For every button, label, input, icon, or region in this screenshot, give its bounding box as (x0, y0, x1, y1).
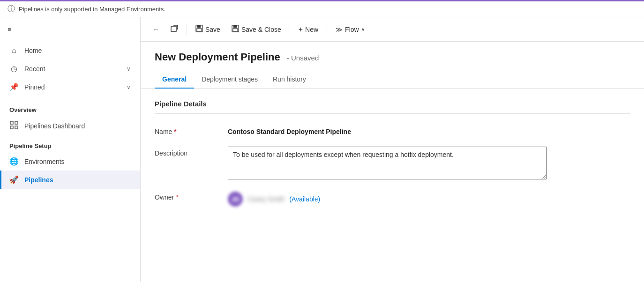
tab-general[interactable]: General (155, 71, 194, 89)
recent-chevron-icon: ∨ (127, 66, 131, 72)
svg-rect-3 (15, 126, 18, 129)
flow-chevron-icon: ∨ (361, 27, 365, 32)
tab-run-history[interactable]: Run history (265, 71, 314, 89)
back-icon: ← (153, 26, 159, 33)
form-row-name: Name * Contoso Standard Deployment Pipel… (155, 125, 630, 135)
overview-section-title: Overview (0, 100, 140, 116)
new-label: New (305, 26, 318, 33)
dashboard-icon (9, 121, 19, 131)
sidebar-item-pipelines-label: Pipelines (24, 176, 131, 184)
window-button[interactable] (166, 22, 183, 37)
save-close-label: Save & Close (241, 26, 281, 33)
form-fields: Name * Contoso Standard Deployment Pipel… (155, 121, 630, 210)
name-value: Contoso Standard Deployment Pipeline (228, 125, 351, 135)
name-required-indicator: * (174, 128, 176, 135)
back-button[interactable]: ← (148, 23, 164, 36)
tabs-container: General Deployment stages Run history (141, 63, 644, 89)
new-plus-icon: + (299, 25, 303, 34)
svg-rect-6 (197, 25, 201, 28)
description-textarea[interactable]: To be used for all deployments except wh… (228, 147, 547, 179)
page-title-text: New Deployment Pipeline (155, 51, 280, 63)
pipelines-banner: ⓘ Pipelines is only supported in Managed… (0, 0, 644, 17)
environments-icon: 🌐 (9, 157, 19, 166)
sidebar-item-pinned[interactable]: 📌 Pinned ∨ (0, 78, 140, 96)
sidebar-item-pipelines-dashboard[interactable]: Pipelines Dashboard (0, 116, 140, 136)
page-header: New Deployment Pipeline - Unsaved (141, 42, 644, 63)
svg-rect-10 (233, 29, 238, 31)
save-close-icon (232, 25, 239, 34)
save-button[interactable]: Save (191, 22, 225, 37)
home-icon: ⌂ (9, 46, 19, 55)
sidebar-nav: ⌂ Home ◷ Recent ∨ 📌 Pinned ∨ (0, 38, 140, 100)
owner-status: (Available) (289, 195, 320, 203)
form-row-description: Description To be used for all deploymen… (155, 147, 630, 179)
svg-rect-9 (233, 25, 237, 28)
owner-avatar: JD (228, 192, 243, 207)
main-content: ← Save (141, 17, 644, 282)
svg-rect-1 (15, 121, 18, 124)
unsaved-label: - Unsaved (287, 54, 319, 62)
page-title: New Deployment Pipeline - Unsaved (155, 51, 630, 63)
name-label: Name * (155, 125, 220, 135)
pipeline-setup-section-title: Pipeline Setup (0, 136, 140, 152)
sidebar-item-recent[interactable]: ◷ Recent ∨ (0, 59, 140, 78)
tab-deployment-stages[interactable]: Deployment stages (194, 71, 265, 89)
recent-icon: ◷ (9, 64, 19, 73)
flow-label: Flow (345, 26, 359, 33)
owner-label: Owner * (155, 191, 220, 201)
hamburger-menu[interactable]: ≡ (0, 21, 140, 38)
sidebar-item-pipelines[interactable]: 🚀 Pipelines (0, 171, 140, 189)
form-row-owner: Owner * JD Casey Smith (Available) (155, 191, 630, 207)
owner-area: JD Casey Smith (Available) (228, 191, 320, 207)
sidebar-item-environments-label: Environments (24, 158, 131, 165)
toolbar-separator-2 (290, 24, 290, 35)
save-close-button[interactable]: Save & Close (227, 22, 286, 37)
flow-icon: ≫ (336, 26, 343, 33)
sidebar: ≡ ⌂ Home ◷ Recent ∨ 📌 Pinned ∨ Overview (0, 17, 141, 282)
toolbar-separator-1 (187, 24, 187, 35)
toolbar-separator-3 (327, 24, 327, 35)
sidebar-item-recent-label: Recent (24, 65, 121, 73)
owner-name: Casey Smith (247, 195, 285, 203)
toolbar: ← Save (141, 17, 644, 42)
sidebar-item-home-label: Home (24, 47, 131, 54)
window-icon (171, 25, 178, 34)
warning-icon: ⓘ (7, 4, 15, 14)
svg-rect-0 (10, 121, 13, 124)
pipelines-icon: 🚀 (9, 175, 19, 184)
hamburger-icon: ≡ (7, 26, 11, 33)
save-icon (195, 25, 203, 34)
save-label: Save (205, 26, 220, 33)
sidebar-item-pinned-label: Pinned (24, 83, 121, 91)
sidebar-item-environments[interactable]: 🌐 Environments (0, 152, 140, 171)
sidebar-item-dashboard-label: Pipelines Dashboard (24, 122, 131, 130)
description-label: Description (155, 147, 220, 157)
sidebar-item-home[interactable]: ⌂ Home (0, 42, 140, 59)
content-area: Pipeline Details Name * Contoso Standard… (141, 89, 644, 282)
owner-required-indicator: * (176, 193, 178, 201)
pipeline-details-section-title: Pipeline Details (155, 100, 630, 114)
svg-rect-7 (197, 29, 202, 31)
new-button[interactable]: + New (294, 22, 323, 37)
svg-rect-4 (171, 26, 176, 31)
svg-rect-2 (10, 126, 13, 129)
banner-message: Pipelines is only supported in Managed E… (19, 6, 165, 13)
pinned-chevron-icon: ∨ (127, 84, 131, 90)
flow-button[interactable]: ≫ Flow ∨ (331, 23, 369, 36)
pin-icon: 📌 (9, 82, 19, 91)
